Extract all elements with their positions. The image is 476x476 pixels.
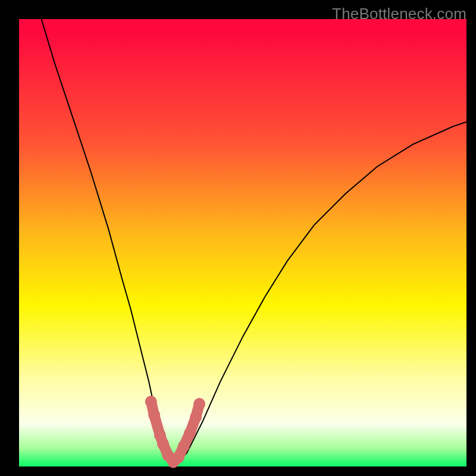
watermark-text: TheBottleneck.com [332, 5, 466, 23]
marker-dot [173, 452, 184, 464]
plot-area [19, 19, 466, 466]
marker-dot [184, 427, 196, 439]
marker-dot [178, 440, 190, 452]
marker-dot [148, 409, 160, 421]
marker-dot [193, 398, 205, 410]
bottleneck-curve [42, 19, 466, 462]
chart-svg [19, 19, 466, 466]
marker-dot [157, 438, 169, 450]
marker-dot [145, 396, 157, 408]
marker-dot [190, 411, 202, 423]
